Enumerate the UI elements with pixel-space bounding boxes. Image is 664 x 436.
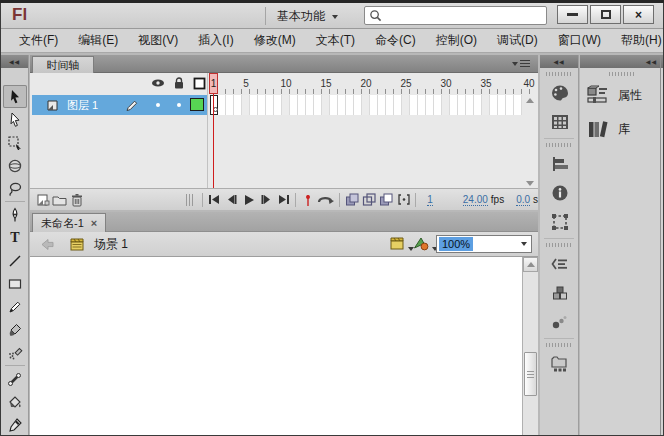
zoom-level-value[interactable]: 100%: [439, 237, 473, 251]
menu-item-insert[interactable]: 插入(I): [188, 29, 243, 52]
panel-menu-icon[interactable]: [512, 60, 530, 67]
tool-bone[interactable]: [3, 367, 27, 390]
menu-item-debug[interactable]: 调试(D): [487, 29, 548, 52]
panel-button-library[interactable]: 库: [580, 112, 663, 146]
layer-visible-dot[interactable]: [156, 103, 160, 107]
panel-button-info[interactable]: [540, 178, 579, 207]
layer-outline-color-swatch[interactable]: [190, 98, 204, 111]
scroll-down-icon[interactable]: [526, 181, 534, 186]
edit-multiple-frames-button[interactable]: [378, 191, 395, 209]
menu-item-file[interactable]: 文件(F): [9, 29, 68, 52]
panel-gripper[interactable]: [609, 72, 635, 76]
layer-unlocked-dot[interactable]: [177, 103, 181, 107]
go-to-first-frame-button[interactable]: [206, 191, 223, 209]
step-forward-button[interactable]: [258, 191, 275, 209]
menu-item-help[interactable]: 帮助(H): [611, 29, 664, 52]
panel-button-align[interactable]: [540, 149, 579, 178]
edit-scene-button[interactable]: [389, 236, 414, 251]
panel-gripper[interactable]: [546, 72, 572, 76]
minimize-button[interactable]: [557, 5, 588, 24]
lock-icon[interactable]: [173, 77, 185, 90]
zoom-level-combobox[interactable]: 100%: [436, 235, 532, 253]
play-button[interactable]: [240, 191, 257, 209]
document-tab-untitled-1[interactable]: 未命名-1 ×: [32, 213, 106, 232]
footer-divider: [295, 193, 296, 207]
tool-spray-brush[interactable]: [3, 341, 27, 364]
tool-line[interactable]: [3, 249, 27, 272]
menu-item-edit[interactable]: 编辑(E): [68, 29, 128, 52]
tool-lasso[interactable]: [3, 177, 27, 200]
scroll-up-icon[interactable]: [526, 98, 534, 103]
frame-rate-hot-text[interactable]: 24.00: [463, 194, 488, 206]
onion-skin-button[interactable]: [343, 191, 360, 209]
modify-markers-button[interactable]: [395, 191, 412, 209]
panel-button-properties[interactable]: 属性: [580, 78, 663, 112]
menu-item-view[interactable]: 视图(V): [128, 29, 188, 52]
close-button[interactable]: ×: [623, 5, 654, 24]
frame-shade: [242, 95, 249, 115]
scroll-up-button[interactable]: [523, 257, 538, 272]
search-input[interactable]: [382, 10, 532, 22]
panel-gripper[interactable]: [546, 343, 572, 347]
layer-name[interactable]: 图层 1: [67, 98, 98, 113]
stage-vertical-scrollbar[interactable]: [522, 257, 538, 435]
step-back-button[interactable]: [223, 191, 240, 209]
show-hide-eye-icon[interactable]: [151, 77, 165, 89]
zoom-dropdown-icon[interactable]: [521, 242, 527, 246]
panel-button-color[interactable]: [540, 78, 579, 107]
new-layer-button[interactable]: [34, 191, 51, 209]
center-playhead-button[interactable]: [299, 191, 316, 209]
current-frame-hot-text[interactable]: 1: [427, 194, 433, 206]
playhead-frame-number[interactable]: 1: [209, 73, 218, 94]
tab-timeline[interactable]: 时间轴: [32, 56, 94, 73]
collapse-panel-icon[interactable]: ◀◀: [580, 55, 663, 68]
back-arrow-icon[interactable]: [40, 238, 55, 251]
panel-gripper[interactable]: [546, 143, 572, 147]
tool-brush[interactable]: [3, 318, 27, 341]
tool-subselection[interactable]: [3, 108, 27, 131]
tool-text[interactable]: T: [3, 226, 27, 249]
tool-3d-rotation[interactable]: [3, 154, 27, 177]
new-folder-button[interactable]: [51, 191, 68, 209]
tool-free-transform[interactable]: [3, 131, 27, 154]
delete-layer-button[interactable]: [69, 191, 86, 209]
collapse-panel-icon[interactable]: ◀◀: [1, 55, 28, 68]
scene-breadcrumb-label[interactable]: 场景 1: [94, 236, 128, 253]
maximize-button[interactable]: [590, 5, 621, 24]
frame-grid[interactable]: [210, 95, 522, 115]
tool-eyedropper[interactable]: [3, 413, 27, 436]
tool-pencil[interactable]: [3, 295, 27, 318]
panel-button-motion-presets[interactable]: [540, 307, 579, 336]
tool-rectangle[interactable]: [3, 272, 27, 295]
tool-pen[interactable]: [3, 203, 27, 226]
footer-grip[interactable]: [186, 194, 193, 206]
menu-item-modify[interactable]: 修改(M): [244, 29, 306, 52]
loop-playback-button[interactable]: [316, 191, 336, 209]
scrollbar-thumb[interactable]: [524, 352, 537, 396]
menu-item-commands[interactable]: 命令(C): [365, 29, 426, 52]
menu-item-window[interactable]: 窗口(W): [548, 29, 611, 52]
panel-button-swatches[interactable]: [540, 107, 579, 136]
menu-item-text[interactable]: 文本(T): [306, 29, 365, 52]
frame-1-empty-keyframe[interactable]: [210, 95, 218, 115]
playhead-line[interactable]: [213, 94, 214, 188]
panel-button-project[interactable]: [540, 349, 579, 378]
tool-paint-bucket[interactable]: [3, 390, 27, 413]
onion-skin-outlines-button[interactable]: [360, 191, 377, 209]
tool-selection[interactable]: [3, 85, 27, 108]
panel-button-components[interactable]: [540, 278, 579, 307]
timeline-scrollbar[interactable]: [524, 95, 536, 188]
workspace-switcher[interactable]: 基本功能: [277, 8, 338, 25]
elapsed-time-hot-text[interactable]: 0.0: [516, 194, 530, 206]
edit-symbols-button[interactable]: [413, 236, 438, 251]
stage-canvas[interactable]: [30, 257, 522, 435]
menu-item-control[interactable]: 控制(O): [426, 29, 487, 52]
go-to-last-frame-button[interactable]: [275, 191, 292, 209]
panel-button-actions[interactable]: [540, 249, 579, 278]
search-box[interactable]: [364, 6, 547, 25]
outline-view-icon[interactable]: [193, 77, 206, 90]
document-tab-close-icon[interactable]: ×: [91, 217, 97, 229]
collapse-panel-icon[interactable]: ◀◀: [540, 55, 578, 68]
panel-button-transform[interactable]: [540, 207, 579, 236]
panel-gripper[interactable]: [546, 243, 572, 247]
